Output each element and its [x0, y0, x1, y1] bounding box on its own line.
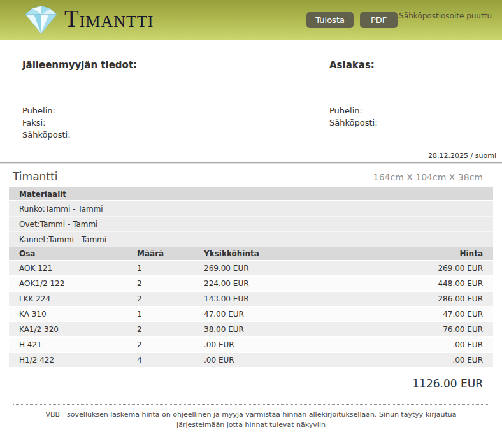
- product-row: Timantti 164cm X 104cm X 38cm: [0, 164, 502, 187]
- cell-hinta: .00 EUR: [387, 340, 483, 349]
- cell-maara: 2: [137, 279, 204, 288]
- cell-yksikkohinta: 269.00 EUR: [204, 264, 387, 273]
- cell-maara: 1: [137, 310, 204, 319]
- cell-maara: 2: [137, 340, 204, 349]
- date-locale: 28.12.2025 / suomi: [0, 152, 502, 160]
- table-row: AOK1/2 122 2 224.00 EUR 448.00 EUR: [9, 277, 493, 292]
- dealer-info: Jälleenmyyjän tiedot: Puhelin: Faksi: Sä…: [9, 59, 329, 141]
- cell-maara: 4: [137, 356, 204, 365]
- cell-osa: AOK 121: [19, 264, 137, 273]
- quote-table: Materiaalit Runko:Tammi - Tammi Ovet:Tam…: [9, 187, 493, 368]
- cell-osa: AOK1/2 122: [19, 279, 137, 288]
- dealer-phone-label: Puhelin:: [22, 105, 329, 117]
- product-name: Timantti: [13, 170, 57, 183]
- table-row: KA 310 1 47.00 EUR 47.00 EUR: [9, 307, 493, 322]
- material-row-ovet: Ovet:Tammi - Tammi: [9, 217, 493, 232]
- col-header-yksikkohinta: Yksikköhinta: [204, 249, 387, 258]
- materials-header: Materiaalit: [9, 187, 493, 201]
- cell-maara: 2: [137, 294, 204, 303]
- parts-table-header: Osa Määrä Yksikköhinta Hinta: [9, 247, 493, 261]
- customer-labels: Puhelin: Sähköposti:: [329, 105, 493, 129]
- app-header: Timantti Tulosta PDF Sähköpostiosoite pu…: [0, 0, 502, 40]
- material-row-kannet: Kannet:Tammi - Tammi: [9, 232, 493, 247]
- cell-hinta: 76.00 EUR: [387, 325, 483, 334]
- customer-info: Asiakas: Puhelin: Sähköposti:: [329, 59, 493, 141]
- customer-title: Asiakas:: [329, 59, 493, 71]
- col-header-hinta: Hinta: [387, 249, 483, 258]
- table-row: H 421 2 .00 EUR .00 EUR: [9, 338, 493, 353]
- cell-hinta: 286.00 EUR: [387, 294, 483, 303]
- parts-table-body: AOK 121 1 269.00 EUR 269.00 EUR AOK1/2 1…: [9, 261, 493, 368]
- table-row: AOK 121 1 269.00 EUR 269.00 EUR: [9, 261, 493, 277]
- cell-yksikkohinta: .00 EUR: [204, 340, 387, 349]
- cell-yksikkohinta: .00 EUR: [204, 356, 387, 365]
- cell-osa: KA 310: [19, 310, 137, 319]
- cell-hinta: 269.00 EUR: [387, 264, 483, 273]
- dealer-fax-label: Faksi:: [22, 117, 329, 129]
- cell-maara: 1: [137, 264, 204, 273]
- footer-divider: [13, 404, 489, 405]
- info-section: Jälleenmyyjän tiedot: Puhelin: Faksi: Sä…: [0, 59, 502, 141]
- print-button[interactable]: Tulosta: [306, 12, 354, 28]
- cell-hinta: 448.00 EUR: [387, 279, 483, 288]
- email-missing-note: Sähköpostiosoite puuttu: [399, 11, 492, 20]
- col-header-maara: Määrä: [137, 249, 204, 258]
- dealer-labels: Puhelin: Faksi: Sähköposti:: [22, 105, 329, 141]
- cell-yksikkohinta: 224.00 EUR: [204, 279, 387, 288]
- disclaimer-text: VBB - sovelluksen laskema hinta on ohjee…: [0, 410, 502, 430]
- product-dimensions: 164cm X 104cm X 38cm: [373, 172, 483, 182]
- header-actions: Tulosta PDF Sähköpostiosoite puuttu: [306, 12, 492, 28]
- pdf-button[interactable]: PDF: [360, 12, 398, 28]
- cell-maara: 2: [137, 325, 204, 334]
- table-row: H1/2 422 4 .00 EUR .00 EUR: [9, 353, 493, 368]
- cell-hinta: 47.00 EUR: [387, 310, 483, 319]
- cell-osa: H 421: [19, 340, 137, 349]
- table-row: KA1/2 320 2 38.00 EUR 76.00 EUR: [9, 322, 493, 338]
- dealer-email-label: Sähköposti:: [22, 129, 329, 141]
- col-header-osa: Osa: [19, 249, 137, 258]
- customer-email-label: Sähköposti:: [329, 117, 493, 129]
- cell-osa: H1/2 422: [19, 356, 137, 365]
- cell-yksikkohinta: 143.00 EUR: [204, 294, 387, 303]
- cell-osa: KA1/2 320: [19, 325, 137, 334]
- customer-phone-label: Puhelin:: [329, 105, 493, 117]
- cell-yksikkohinta: 38.00 EUR: [204, 325, 387, 334]
- brand-title: Timantti: [64, 7, 154, 31]
- material-row-runko: Runko:Tammi - Tammi: [9, 201, 493, 217]
- diamond-logo-icon: [23, 4, 59, 35]
- brand: Timantti: [23, 4, 154, 35]
- cell-hinta: .00 EUR: [387, 356, 483, 365]
- dealer-title: Jälleenmyyjän tiedot:: [22, 59, 329, 71]
- cell-yksikkohinta: 47.00 EUR: [204, 310, 387, 319]
- table-row: LKK 224 2 143.00 EUR 286.00 EUR: [9, 292, 493, 307]
- cell-osa: LKK 224: [19, 294, 137, 303]
- total-price: 1126.00 EUR: [0, 368, 502, 399]
